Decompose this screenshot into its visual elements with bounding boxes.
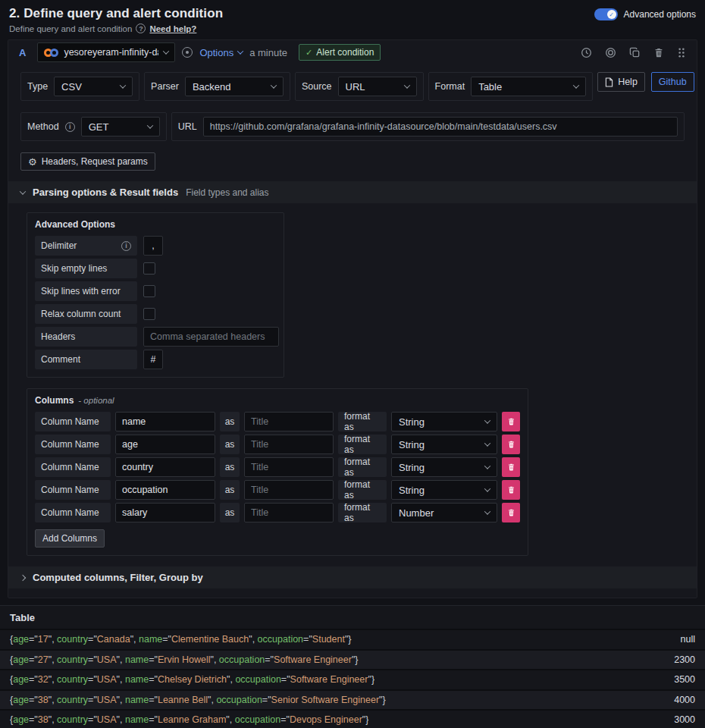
format-as-label: format as bbox=[338, 435, 387, 454]
csv-headers-input[interactable] bbox=[143, 327, 279, 347]
as-label: as bbox=[220, 412, 240, 431]
delimiter-input[interactable] bbox=[143, 236, 163, 256]
table-row: {age="32", country="USA", name="Chelsey … bbox=[0, 669, 705, 689]
format-as-label: format as bbox=[338, 503, 387, 522]
skip-empty-lines-checkbox[interactable] bbox=[143, 262, 155, 275]
column-name-label: Column Name bbox=[35, 435, 111, 454]
table-row-value: 3500 bbox=[674, 674, 695, 685]
comment-input[interactable] bbox=[143, 350, 163, 369]
column-name-input[interactable] bbox=[115, 412, 215, 431]
column-format-select[interactable]: String bbox=[391, 457, 497, 477]
page-title: 2. Define query and alert condition bbox=[9, 6, 223, 21]
column-name-label: Column Name bbox=[35, 480, 111, 500]
type-select[interactable]: CSV bbox=[54, 77, 133, 96]
trash-icon bbox=[507, 440, 515, 449]
computed-columns-section-header[interactable]: Computed columns, Filter, Group by bbox=[8, 566, 697, 588]
column-format-select[interactable]: String bbox=[391, 480, 497, 500]
info-icon: i bbox=[65, 122, 75, 132]
query-ref-id: A bbox=[19, 47, 26, 58]
format-as-label: format as bbox=[338, 457, 387, 477]
column-name-input[interactable] bbox=[115, 480, 215, 500]
add-columns-button[interactable]: Add Columns bbox=[35, 529, 105, 548]
column-format-select[interactable]: Number bbox=[391, 503, 497, 522]
table-row-value: 4000 bbox=[674, 695, 695, 705]
help-button[interactable]: Help bbox=[597, 72, 645, 92]
as-label: as bbox=[220, 503, 240, 522]
method-label: Method bbox=[27, 121, 59, 132]
table-panel-title: Table bbox=[0, 606, 705, 629]
column-title-input[interactable] bbox=[244, 435, 334, 454]
headers-request-params-button[interactable]: ⚙ Headers, Request params bbox=[20, 152, 155, 171]
delete-column-button[interactable] bbox=[502, 480, 520, 500]
remove-query-trash-icon[interactable] bbox=[653, 47, 664, 58]
column-name-input[interactable] bbox=[115, 457, 215, 477]
table-row-labels: {age="32", country="USA", name="Chelsey … bbox=[10, 674, 374, 685]
disable-query-icon[interactable] bbox=[605, 47, 616, 58]
need-help-link[interactable]: Need help? bbox=[149, 24, 196, 33]
parser-select[interactable]: Backend bbox=[185, 77, 284, 96]
column-name-input[interactable] bbox=[115, 503, 215, 522]
options-button[interactable]: Options bbox=[199, 47, 243, 58]
source-select[interactable]: URL bbox=[338, 77, 417, 96]
column-title-input[interactable] bbox=[244, 503, 334, 522]
method-select[interactable]: GET bbox=[81, 117, 160, 136]
format-select[interactable]: Table bbox=[471, 77, 586, 96]
delete-column-button[interactable] bbox=[502, 412, 520, 431]
chevron-down-icon bbox=[484, 463, 490, 469]
gear-icon: ⚙ bbox=[28, 157, 37, 167]
trash-icon bbox=[507, 508, 515, 517]
table-row-labels: {age="27", country="USA", name="Ervin Ho… bbox=[10, 654, 359, 665]
url-label: URL bbox=[178, 121, 197, 132]
datasource-picker[interactable]: yesoreyeram-infinity-da bbox=[37, 42, 175, 62]
table-row-labels: {age="38", country="USA", name="Leanne G… bbox=[10, 714, 368, 725]
url-input[interactable] bbox=[203, 117, 678, 136]
column-row: Column Name as format as Number bbox=[35, 503, 520, 522]
delete-column-button[interactable] bbox=[502, 503, 520, 522]
chevron-down-icon bbox=[146, 122, 152, 128]
history-clock-icon[interactable] bbox=[581, 47, 592, 58]
delete-column-button[interactable] bbox=[502, 457, 520, 477]
duplicate-query-icon[interactable] bbox=[629, 47, 641, 58]
column-format-select[interactable]: String bbox=[391, 412, 497, 431]
page-subtitle: Define query and alert condition bbox=[9, 24, 132, 33]
delete-column-button[interactable] bbox=[502, 435, 520, 454]
table-row-value: 2300 bbox=[674, 654, 695, 665]
alert-condition-badge: ✓ Alert condition bbox=[299, 44, 381, 61]
column-title-input[interactable] bbox=[244, 480, 334, 500]
chevron-down-icon bbox=[484, 440, 490, 446]
columns-box: Columns - optional Column Name as format… bbox=[27, 388, 528, 556]
columns-optional-label: - optional bbox=[78, 396, 114, 405]
column-name-input[interactable] bbox=[115, 435, 215, 454]
parser-label: Parser bbox=[151, 81, 179, 92]
method-field-group: Method i GET bbox=[20, 112, 167, 141]
skip-lines-with-error-checkbox[interactable] bbox=[143, 285, 155, 297]
column-row: Column Name as format as String bbox=[35, 435, 520, 454]
datasource-name: yesoreyeram-infinity-da bbox=[64, 47, 158, 58]
info-icon: i bbox=[121, 241, 131, 251]
github-button[interactable]: Github bbox=[651, 72, 694, 92]
drag-handle-icon[interactable] bbox=[677, 47, 686, 58]
column-title-input[interactable] bbox=[244, 412, 334, 431]
source-label: Source bbox=[302, 81, 332, 92]
advanced-options-toggle[interactable]: ✓ bbox=[594, 8, 618, 20]
parsing-options-section-header[interactable]: Parsing options & Result fields Field ty… bbox=[8, 181, 697, 203]
chevron-down-icon bbox=[484, 417, 490, 423]
as-label: as bbox=[220, 435, 240, 454]
table-row: {age="17", country="Canada", name="Cleme… bbox=[0, 629, 705, 649]
column-title-input[interactable] bbox=[244, 457, 334, 477]
options-info-icon bbox=[182, 47, 193, 58]
as-label: as bbox=[220, 480, 240, 500]
chevron-down-icon bbox=[163, 48, 169, 54]
chevron-down-icon bbox=[271, 82, 277, 88]
column-row: Column Name as format as String bbox=[35, 480, 520, 500]
check-icon: ✓ bbox=[306, 48, 312, 58]
headers-label: Headers bbox=[35, 327, 137, 347]
relax-column-count-label: Relax column count bbox=[35, 304, 137, 324]
column-format-select[interactable]: String bbox=[391, 435, 497, 454]
document-icon bbox=[605, 77, 613, 87]
chevron-right-icon bbox=[20, 574, 26, 580]
relax-column-count-checkbox[interactable] bbox=[143, 308, 155, 320]
trash-icon bbox=[507, 485, 515, 494]
query-header: A yesoreyeram-infinity-da Options a minu… bbox=[8, 40, 697, 64]
table-row-value: null bbox=[681, 634, 695, 645]
